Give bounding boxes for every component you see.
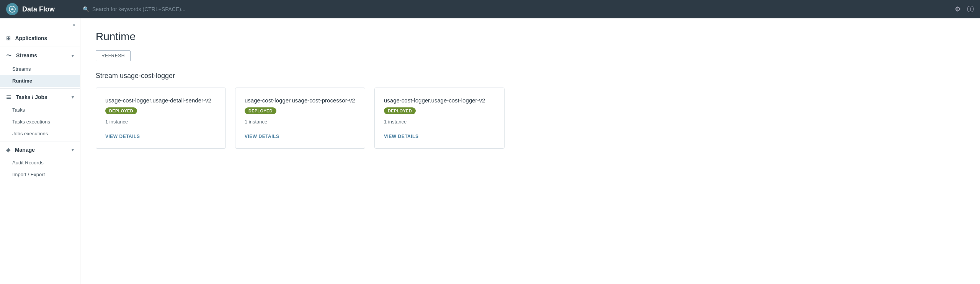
layout: « ⊞ Applications 〜 Streams ▾ Streams Run… bbox=[0, 18, 980, 284]
settings-icon[interactable]: ⚙ bbox=[955, 5, 961, 13]
sidebar-item-import-export[interactable]: Import / Export bbox=[0, 169, 80, 180]
info-icon[interactable]: ⓘ bbox=[967, 5, 974, 14]
card-2-title-text: usage-cost-logger.usage-cost-processor-v… bbox=[245, 97, 355, 104]
topbar: Data Flow 🔍 ⚙ ⓘ bbox=[0, 0, 980, 18]
sidebar-item-streams[interactable]: Streams bbox=[0, 63, 80, 75]
sidebar: « ⊞ Applications 〜 Streams ▾ Streams Run… bbox=[0, 18, 80, 284]
refresh-button[interactable]: REFRESH bbox=[96, 50, 131, 61]
sidebar-item-runtime[interactable]: Runtime bbox=[0, 75, 80, 87]
card-1-instance: 1 instance bbox=[105, 119, 216, 125]
runtime-card-2: usage-cost-logger.usage-cost-processor-v… bbox=[235, 88, 365, 149]
divider-2 bbox=[0, 88, 80, 89]
manage-chevron-icon: ▾ bbox=[72, 148, 74, 153]
sidebar-section-tasks-jobs[interactable]: ☰ Tasks / Jobs ▾ bbox=[0, 90, 80, 104]
streams-chevron-icon: ▾ bbox=[72, 54, 74, 58]
card-2-title: usage-cost-logger.usage-cost-processor-v… bbox=[245, 97, 356, 114]
sidebar-section-applications[interactable]: ⊞ Applications bbox=[0, 31, 80, 45]
applications-icon: ⊞ bbox=[6, 35, 11, 41]
sidebar-collapse-button[interactable]: « bbox=[0, 18, 80, 31]
manage-icon: ◈ bbox=[6, 147, 10, 153]
sidebar-section-label-streams: Streams bbox=[16, 52, 37, 58]
main-content: Runtime REFRESH Stream usage-cost-logger… bbox=[80, 18, 980, 284]
card-1-title: usage-cost-logger.usage-detail-sender-v2… bbox=[105, 97, 216, 114]
card-1-view-details-link[interactable]: VIEW DETAILS bbox=[105, 134, 216, 139]
sidebar-section-label-tasks-jobs: Tasks / Jobs bbox=[16, 94, 47, 100]
sidebar-item-tasks-executions[interactable]: Tasks executions bbox=[0, 116, 80, 128]
sidebar-section-manage[interactable]: ◈ Manage ▾ bbox=[0, 143, 80, 157]
topbar-actions: ⚙ ⓘ bbox=[955, 5, 974, 14]
sidebar-section-label-applications: Applications bbox=[15, 35, 47, 41]
card-3-title: usage-cost-logger.usage-cost-logger-v2 D… bbox=[384, 97, 495, 114]
card-1-title-text: usage-cost-logger.usage-detail-sender-v2 bbox=[105, 97, 211, 104]
divider-1 bbox=[0, 47, 80, 47]
divider-3 bbox=[0, 141, 80, 141]
sidebar-section-label-manage: Manage bbox=[15, 147, 35, 153]
card-2-view-details-link[interactable]: VIEW DETAILS bbox=[245, 134, 356, 139]
app-logo[interactable]: Data Flow bbox=[6, 3, 75, 15]
cards-grid: usage-cost-logger.usage-detail-sender-v2… bbox=[96, 88, 965, 149]
runtime-card-3: usage-cost-logger.usage-cost-logger-v2 D… bbox=[374, 88, 505, 149]
logo-icon bbox=[6, 3, 18, 15]
streams-icon: 〜 bbox=[6, 52, 11, 58]
sidebar-item-audit-records[interactable]: Audit Records bbox=[0, 157, 80, 169]
card-1-badge: DEPLOYED bbox=[105, 107, 137, 114]
card-2-badge: DEPLOYED bbox=[245, 107, 276, 114]
page-title: Runtime bbox=[96, 31, 965, 43]
card-3-title-text: usage-cost-logger.usage-cost-logger-v2 bbox=[384, 97, 485, 104]
runtime-card-1: usage-cost-logger.usage-detail-sender-v2… bbox=[96, 88, 226, 149]
card-3-badge: DEPLOYED bbox=[384, 107, 416, 114]
tasks-jobs-chevron-icon: ▾ bbox=[72, 95, 74, 100]
sidebar-section-streams[interactable]: 〜 Streams ▾ bbox=[0, 49, 80, 63]
stream-section-title: Stream usage-cost-logger bbox=[96, 72, 965, 80]
card-3-view-details-link[interactable]: VIEW DETAILS bbox=[384, 134, 495, 139]
search-bar[interactable]: 🔍 bbox=[83, 6, 955, 12]
search-icon: 🔍 bbox=[83, 6, 89, 12]
card-2-instance: 1 instance bbox=[245, 119, 356, 125]
card-3-instance: 1 instance bbox=[384, 119, 495, 125]
tasks-jobs-icon: ☰ bbox=[6, 94, 11, 100]
search-input[interactable] bbox=[92, 6, 955, 12]
app-title: Data Flow bbox=[22, 5, 55, 13]
sidebar-item-jobs-executions[interactable]: Jobs executions bbox=[0, 128, 80, 140]
sidebar-item-tasks[interactable]: Tasks bbox=[0, 104, 80, 116]
